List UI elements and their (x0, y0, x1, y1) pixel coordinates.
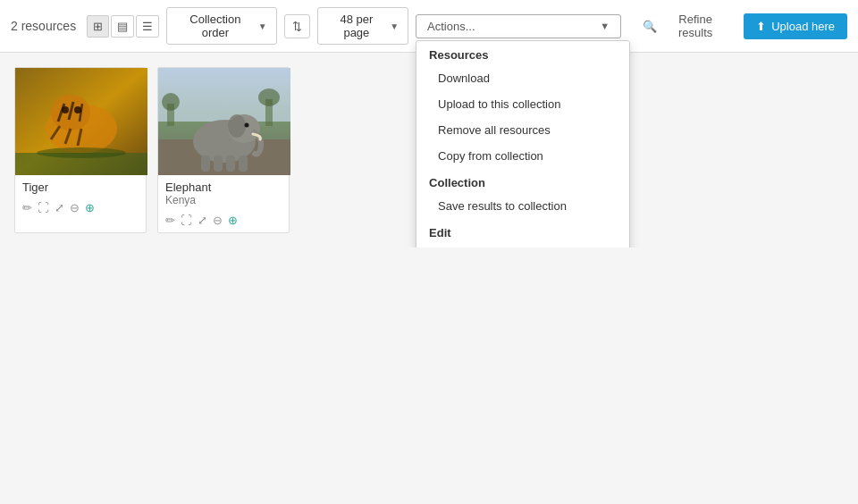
collection-order-label: Collection order (176, 13, 255, 39)
svg-point-10 (74, 106, 81, 113)
sort-button[interactable]: ⇅ (284, 14, 310, 38)
upload-icon: ⬆ (756, 20, 766, 33)
per-page-label: 48 per page (327, 13, 387, 39)
section-label-collection: Collection (416, 169, 629, 193)
elephant-card-actions: ✏ ⛶ ⤢ ⊖ ⊕ (158, 210, 289, 232)
elephant-image (158, 68, 290, 175)
table-view-button[interactable]: ☰ (136, 15, 159, 38)
tiger-share-icon[interactable]: ⤢ (55, 201, 64, 214)
svg-point-22 (228, 114, 246, 138)
elephant-card-info: Elephant Kenya (158, 175, 289, 210)
actions-dropdown-wrapper: Actions... ▼ Resources Download Upload t… (416, 14, 621, 38)
refine-label: Refine results (661, 13, 729, 39)
resource-count: 2 resources (11, 19, 76, 33)
chevron-down-icon-3: ▼ (600, 21, 610, 31)
svg-rect-27 (239, 155, 248, 172)
dropdown-item-download[interactable]: Download (416, 65, 629, 91)
tiger-remove-icon[interactable]: ⊖ (70, 201, 80, 214)
toolbar: 2 resources ⊞ ▤ ☰ Collection order ▼ ⇅ 4… (0, 0, 858, 53)
svg-point-12 (37, 147, 126, 158)
svg-point-18 (258, 88, 280, 106)
actions-dropdown-menu: Resources Download Upload to this collec… (416, 40, 630, 248)
svg-rect-25 (214, 155, 223, 172)
refine-results-button[interactable]: 🔍 Refine results (635, 8, 736, 44)
upload-label: Upload here (771, 20, 835, 33)
card-elephant: Elephant Kenya ✏ ⛶ ⤢ ⊖ ⊕ (157, 67, 290, 233)
list-view-button[interactable]: ▤ (111, 15, 134, 38)
image-grid: Tiger ✏ ⛶ ⤢ ⊖ ⊕ (14, 67, 290, 233)
search-icon: 🔍 (643, 20, 657, 33)
elephant-subtitle: Kenya (165, 194, 282, 206)
card-tiger: Tiger ✏ ⛶ ⤢ ⊖ ⊕ (14, 67, 147, 233)
dropdown-item-remove-all-resources[interactable]: Remove all resources (416, 117, 629, 143)
actions-button[interactable]: Actions... ▼ (416, 14, 621, 38)
elephant-share-icon[interactable]: ⤢ (198, 214, 207, 227)
dropdown-item-upload-to-collection[interactable]: Upload to this collection (416, 91, 629, 117)
dropdown-item-save-results[interactable]: Save results to collection (416, 193, 629, 219)
actions-label: Actions... (427, 20, 475, 33)
elephant-expand-icon[interactable]: ⛶ (181, 214, 192, 227)
view-icons: ⊞ ▤ ☰ (87, 15, 159, 38)
collection-order-button[interactable]: Collection order ▼ (166, 7, 276, 45)
svg-point-9 (62, 106, 69, 113)
tiger-card-info: Tiger (15, 175, 146, 197)
upload-button[interactable]: ⬆ Upload here (744, 13, 847, 39)
tiger-expand-icon[interactable]: ⛶ (38, 201, 49, 214)
dropdown-item-copy-from-collection[interactable]: Copy from collection (416, 143, 629, 169)
tiger-edit-icon[interactable]: ✏ (22, 201, 32, 214)
tiger-title: Tiger (22, 181, 139, 194)
svg-point-23 (245, 123, 249, 128)
section-label-resources: Resources (416, 41, 629, 65)
elephant-edit-icon[interactable]: ✏ (165, 214, 175, 227)
chevron-down-icon-2: ▼ (390, 21, 399, 31)
dropdown-item-edit-collection[interactable]: Edit collection (416, 243, 629, 248)
per-page-button[interactable]: 48 per page ▼ (317, 7, 409, 45)
tiger-image (15, 68, 147, 175)
svg-rect-24 (201, 155, 210, 172)
svg-rect-26 (226, 155, 235, 172)
elephant-title: Elephant (165, 181, 282, 194)
section-label-edit: Edit (416, 219, 629, 243)
grid-view-button[interactable]: ⊞ (87, 15, 109, 38)
svg-point-16 (162, 93, 180, 111)
elephant-remove-icon[interactable]: ⊖ (213, 214, 223, 227)
chevron-down-icon: ▼ (258, 21, 267, 31)
elephant-add-icon[interactable]: ⊕ (228, 214, 238, 227)
tiger-card-actions: ✏ ⛶ ⤢ ⊖ ⊕ (15, 197, 146, 220)
tiger-add-icon[interactable]: ⊕ (85, 201, 95, 214)
